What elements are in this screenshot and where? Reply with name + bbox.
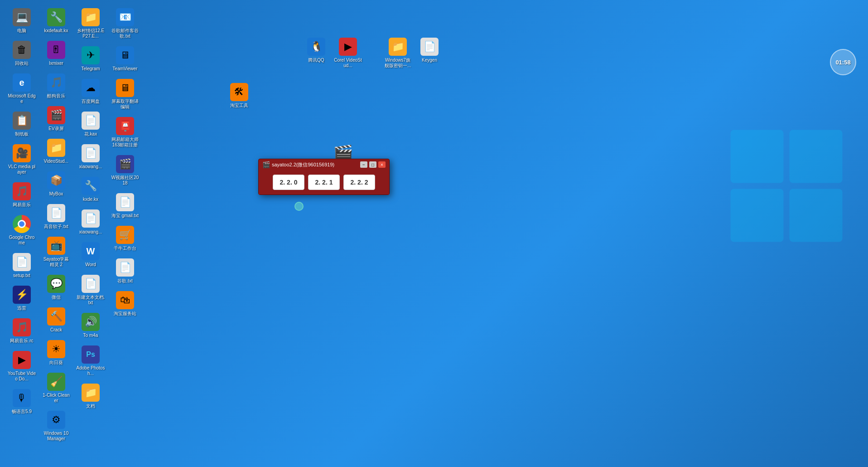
icon-teamviewer[interactable]: 🖥 TeamViewer xyxy=(109,44,141,73)
icon-diannao[interactable]: 💻 电脑 xyxy=(5,6,38,35)
icon-xunlei[interactable]: ⚡ 迅雷 xyxy=(5,284,38,313)
icon-photoshop[interactable]: Ps Adobe Photosh... xyxy=(74,344,107,378)
sayatoo-close-btn[interactable]: × xyxy=(378,161,386,168)
icon-1click-label: 1-Click Cleaner xyxy=(42,393,71,404)
icon-baidudisk[interactable]: ☁ 百度网盘 xyxy=(74,77,107,106)
icon-evlux[interactable]: 🎬 EV录屏 xyxy=(40,104,72,133)
version-221-btn[interactable]: 2. 2. 1 xyxy=(308,175,340,190)
icon-word[interactable]: W Word xyxy=(74,240,107,269)
icon-xiangcun[interactable]: 📁 乡村情侣12.EP27.E... xyxy=(74,6,107,41)
icon-teamviewer-label: TeamViewer xyxy=(113,66,138,72)
icon-taobaosite[interactable]: 🛍 淘宝服务站 xyxy=(109,289,141,318)
icon-edge[interactable]: e Microsoft Edge xyxy=(5,72,38,106)
icon-newtxt[interactable]: 📄 新建文本文档.txt xyxy=(74,273,107,307)
icon-win10mgr-label: Windows 10 Manager xyxy=(42,431,71,442)
sayatoo-window: 🎬 sayatoo2.2(微信960156919) − □ × 2. 2. 0 … xyxy=(258,159,390,195)
icon-1click[interactable]: 🧹 1-Click Cleaner xyxy=(40,371,72,405)
icon-gaoshi-img: 📄 xyxy=(47,204,65,222)
icon-tencent-qq[interactable]: 🐧 腾讯QQ xyxy=(300,36,333,65)
icon-wvideo[interactable]: 🎬 W视频社区2018 xyxy=(109,153,141,188)
icon-win7folder[interactable]: 📁 Windows7旗舰版密钥一... xyxy=(381,36,414,70)
icon-lxmixer[interactable]: 🎚 lxmixer xyxy=(40,39,72,68)
svg-rect-0 xyxy=(731,130,784,183)
icon-kugou[interactable]: 🎵 酷狗音乐 xyxy=(40,72,72,101)
icon-telegram[interactable]: ✈ Telegram xyxy=(74,44,107,73)
icon-wangyiyun2[interactable]: 🎵 网易音乐.rc xyxy=(5,316,38,345)
icon-keygen[interactable]: 📄 Keygen xyxy=(413,36,446,65)
icon-evlux-img: 🎬 xyxy=(47,106,65,124)
icon-taobao-tool[interactable]: 🛠 淘宝工具 xyxy=(223,81,256,110)
icon-wechat[interactable]: 💬 微信 xyxy=(40,273,72,302)
icon-recycle-img: 🗑 xyxy=(13,41,31,59)
sayatoo-title: 🎬 sayatoo2.2(微信960156919) xyxy=(262,161,334,168)
icon-163mail[interactable]: 📮 网易邮箱大师163邮箱注册 xyxy=(109,115,141,150)
icon-yuyins[interactable]: 🎙 畅语言5.9 xyxy=(5,387,38,416)
icon-kxdefault[interactable]: 🔧 kxdefault.kx xyxy=(40,6,72,35)
icon-xiaowang2[interactable]: 📄 xiaowang... xyxy=(74,142,107,171)
icon-kxde[interactable]: 🔧 kxde.kx xyxy=(74,175,107,204)
icon-tom4a[interactable]: 🔊 To m4a xyxy=(74,311,107,340)
icon-win10mgr[interactable]: ⚙ Windows 10 Manager xyxy=(40,409,72,443)
sayatoo-minimize-btn[interactable]: − xyxy=(360,161,367,168)
icon-newtxt-img: 📄 xyxy=(82,275,100,293)
icon-qianniu-label: 千牛工作台 xyxy=(114,246,136,251)
icon-mybox[interactable]: 📦 MyBox xyxy=(40,170,72,199)
icon-lxmixer-img: 🎚 xyxy=(47,41,65,59)
icon-wechat-img: 💬 xyxy=(47,275,65,293)
desktop-icons-area: 💻 电脑 🗑 回收站 e Microsoft Edge 📋 制纸板 🎥 VLC … xyxy=(0,0,147,453)
version-220-btn[interactable]: 2. 2. 0 xyxy=(273,175,304,190)
icon-youtube[interactable]: ▶ YouTube Video Do... xyxy=(5,349,38,384)
icon-wangri[interactable]: ☀ 向日葵 xyxy=(40,338,72,367)
icon-evlux-label: EV录屏 xyxy=(48,126,63,131)
icon-taobaosite-label: 淘宝服务站 xyxy=(114,311,136,316)
version-222-btn[interactable]: 2. 2. 2 xyxy=(343,175,375,190)
icon-vlc[interactable]: 🎥 VLC media player xyxy=(5,142,38,177)
icon-baidudisk-label: 百度网盘 xyxy=(82,99,100,104)
icon-qqmail-client-img: 📧 xyxy=(116,8,134,26)
icon-kxdefault-img: 🔧 xyxy=(47,8,65,26)
icon-edge-img: e xyxy=(13,73,31,92)
icon-kxdefault-label: kxdefault.kx xyxy=(44,28,68,34)
icon-haibao[interactable]: 📄 海宝 gmail.txt xyxy=(109,191,141,220)
icon-recycle[interactable]: 🗑 回收站 xyxy=(5,39,38,68)
icon-folder-doc-img: 📁 xyxy=(82,384,100,402)
icon-screen-translate-label: 屏幕取字翻译编辑 xyxy=(111,99,140,110)
icon-photoshop-label: Adobe Photosh... xyxy=(76,365,105,376)
icon-xiangcun-label: 乡村情侣12.EP27.E... xyxy=(76,28,105,39)
icon-chrome-label: Google Chrome xyxy=(7,235,36,246)
clock-time: 01:58 xyxy=(835,59,850,66)
icon-edge-label: Microsoft Edge xyxy=(7,93,36,104)
icon-kxde-label: kxde.kx xyxy=(83,197,98,202)
icon-wangyiyun[interactable]: 🎵 网易音乐 xyxy=(5,180,38,209)
icon-gaoshi[interactable]: 📄 高音软子.txt xyxy=(40,202,72,231)
sayatoo-title-text: sayatoo2.2(微信960156919) xyxy=(272,161,334,168)
icon-wangyiyun2-img: 🎵 xyxy=(13,318,31,336)
icon-setup-img: 📄 xyxy=(13,253,31,271)
icon-telegram-img: ✈ xyxy=(82,46,100,64)
icon-xiaowang2-img: 📄 xyxy=(82,144,100,162)
icon-setup[interactable]: 📄 setup.txt xyxy=(5,251,38,280)
icon-sayatoo[interactable]: 📺 Sayatoo学幕精灵 2 xyxy=(40,235,72,269)
icon-xunlei-img: ⚡ xyxy=(13,286,31,304)
icon-corel[interactable]: ▶ Corel VideoStud... xyxy=(332,36,364,70)
icon-qianniu[interactable]: 🛒 千牛工作台 xyxy=(109,224,141,253)
icon-zhizhiban[interactable]: 📋 制纸板 xyxy=(5,110,38,139)
icon-chrome[interactable]: Google Chrome xyxy=(5,213,38,248)
icon-crack[interactable]: 🔨 Crack xyxy=(40,306,72,335)
icon-tom4a-label: To m4a xyxy=(83,333,98,338)
icon-videostudio[interactable]: 📁 VideoStud... xyxy=(40,137,72,166)
icon-huakax[interactable]: 📄 花.kax xyxy=(74,110,107,139)
sayatoo-maximize-btn[interactable]: □ xyxy=(369,161,376,168)
icon-qq-label: 腾讯QQ xyxy=(308,58,324,63)
icon-qq-img: 🐧 xyxy=(307,38,325,56)
icon-folder-doc[interactable]: 📁 文档 xyxy=(74,382,107,411)
icon-gugletxt[interactable]: 📄 谷歌.txt xyxy=(109,257,141,286)
icon-gaoshi-label: 高音软子.txt xyxy=(44,224,68,229)
icon-photoshop-img: Ps xyxy=(82,345,100,364)
icon-tom4a-img: 🔊 xyxy=(82,313,100,331)
icon-screen-translate[interactable]: 🖥 屏幕取字翻译编辑 xyxy=(109,77,141,112)
icon-wangri-label: 向日葵 xyxy=(49,360,63,365)
icon-qqmail-client[interactable]: 📧 谷歌邮件客谷歌.txt xyxy=(109,6,141,41)
icon-zhizhiban-img: 📋 xyxy=(13,112,31,130)
icon-xiaowang[interactable]: 📄 xiaowang... xyxy=(74,208,107,237)
